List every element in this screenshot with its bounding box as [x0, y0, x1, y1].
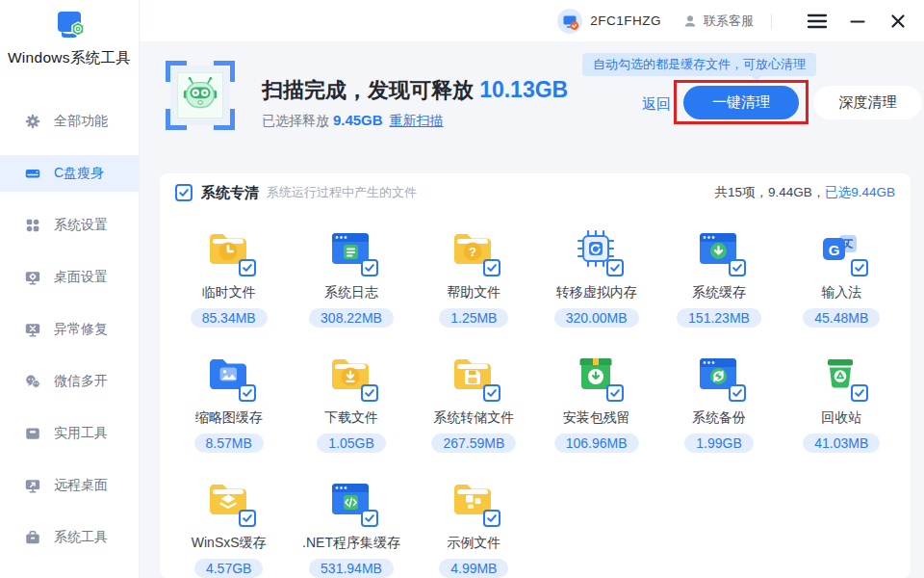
deep-clean-button[interactable]: 深度清理: [813, 86, 922, 119]
sidebar-item[interactable]: 系统设置: [0, 207, 139, 244]
section-checkbox[interactable]: [175, 184, 192, 201]
cleanup-item[interactable]: 转移虚拟内存 320.00MB: [535, 225, 657, 328]
close-button[interactable]: [886, 9, 911, 34]
check-icon: [609, 387, 621, 399]
sidebar-item-label: 全部功能: [54, 113, 108, 130]
back-link[interactable]: 返回: [642, 95, 671, 114]
sidebar-item[interactable]: 全部功能: [0, 103, 139, 140]
cleanup-item[interactable]: 临时文件 85.34MB: [167, 225, 290, 328]
sidebar-item[interactable]: 微信多开: [0, 363, 139, 400]
sidebar-item[interactable]: 系统工具: [0, 519, 139, 556]
cleanup-item[interactable]: 输入法 45.48MB: [781, 225, 903, 328]
check-icon: [854, 262, 865, 274]
sidebar-item[interactable]: 异常修复: [0, 311, 139, 348]
item-size-badge: 1.99GB: [684, 434, 753, 453]
item-checkbox[interactable]: [606, 259, 624, 276]
panel-subtitle: 系统运行过程中产生的文件: [267, 184, 417, 201]
sidebar-item[interactable]: 实用工具: [0, 415, 139, 452]
system-clean-panel: 系统专清 系统运行过程中产生的文件 共15项，9.44GB，已选9.44GB 临…: [160, 173, 911, 578]
item-checkbox[interactable]: [483, 259, 500, 276]
minimize-button[interactable]: [845, 9, 870, 34]
contact-support-button[interactable]: 联系客服: [682, 13, 754, 30]
check-icon: [242, 262, 253, 274]
toolbox-drawer-icon: [24, 425, 41, 442]
menu-button[interactable]: [805, 9, 830, 34]
item-size-badge: 106.96MB: [554, 434, 639, 453]
panel-header: 系统专清 系统运行过程中产生的文件 共15项，9.44GB，已选9.44GB: [160, 173, 911, 209]
scan-selected-line: 已选择释放 9.45GB重新扫描: [262, 112, 444, 130]
scan-frame-corner: [166, 109, 187, 130]
sidebar-nav: 全部功能 C盘瘦身 系统设置 桌面设置 异常修复: [0, 68, 139, 556]
person-icon: [682, 13, 698, 29]
sidebar-item-label: 系统工具: [54, 529, 108, 546]
cleanup-item[interactable]: 缩略图缓存 8.57MB: [167, 351, 290, 453]
item-checkbox[interactable]: [606, 384, 624, 402]
sidebar-item-label: 微信多开: [54, 373, 108, 390]
item-checkbox[interactable]: [483, 384, 500, 402]
item-label: 临时文件: [202, 284, 256, 302]
item-checkbox[interactable]: [729, 259, 746, 276]
item-size-badge: 531.94MB: [309, 559, 394, 578]
scan-frame-corner: [166, 61, 187, 82]
close-icon: [890, 13, 906, 29]
check-icon: [486, 262, 498, 274]
scan-frame-corner: [214, 61, 235, 82]
item-checkbox[interactable]: [361, 384, 378, 402]
gear-icon: [24, 113, 41, 130]
sidebar-item[interactable]: 远程桌面: [0, 467, 139, 504]
sidebar-item[interactable]: C盘瘦身: [0, 155, 139, 192]
scan-frame-corner: [214, 109, 235, 130]
monitor-remote-icon: [24, 477, 41, 494]
user-account[interactable]: 2FC1FHZG: [557, 9, 661, 34]
item-checkbox[interactable]: [361, 259, 378, 276]
check-icon: [609, 262, 621, 274]
titlebar-divider: [771, 13, 772, 29]
cleanup-items-grid: 临时文件 85.34MB 系统日志 308.22MB: [160, 209, 911, 578]
scan-robot-graphic: [166, 61, 235, 130]
item-label: 下载文件: [324, 409, 378, 427]
item-checkbox[interactable]: [361, 510, 378, 527]
item-label: WinSxS缓存: [192, 535, 267, 552]
cleanup-item[interactable]: 帮助文件 1.25MB: [413, 225, 535, 328]
sidebar-item-label: 异常修复: [54, 321, 108, 338]
cleanup-item[interactable]: 系统日志 308.22MB: [290, 225, 412, 328]
item-size-badge: 8.57MB: [194, 434, 264, 453]
item-size-badge: 1.05GB: [317, 434, 385, 453]
cleanup-item[interactable]: 下载文件 1.05GB: [290, 351, 412, 453]
panel-title: 系统专清: [201, 184, 259, 202]
cleanup-item[interactable]: 系统备份 1.99GB: [657, 351, 780, 453]
item-size-badge: 41.03MB: [803, 434, 880, 453]
item-size-badge: 4.99MB: [439, 559, 508, 578]
item-label: 系统缓存: [692, 284, 746, 302]
item-checkbox[interactable]: [239, 384, 256, 402]
check-icon: [364, 387, 375, 399]
monitor-gear-icon: [24, 269, 41, 286]
item-checkbox[interactable]: [483, 510, 500, 527]
item-checkbox[interactable]: [851, 259, 868, 276]
cleanup-item[interactable]: 回收站 41.03MB: [781, 351, 903, 453]
item-checkbox[interactable]: [729, 384, 746, 402]
briefcase-icon: [24, 529, 41, 546]
item-checkbox[interactable]: [239, 510, 256, 527]
item-size-badge: 85.34MB: [191, 308, 268, 328]
cleanup-item[interactable]: 系统缓存 151.23MB: [657, 225, 780, 328]
sidebar: Windows系统工具 全部功能 C盘瘦身 系统设置 桌面设置: [0, 0, 140, 578]
item-checkbox[interactable]: [851, 384, 868, 402]
cleanup-item[interactable]: WinSxS缓存 4.57GB: [167, 476, 290, 578]
sidebar-item-label: 实用工具: [54, 425, 108, 442]
item-size-badge: 45.48MB: [803, 308, 880, 328]
check-icon: [486, 512, 498, 524]
sidebar-item-label: 系统设置: [54, 217, 108, 234]
one-click-clean-button[interactable]: 一键清理: [683, 86, 799, 119]
item-size-badge: 308.22MB: [309, 308, 394, 328]
item-checkbox[interactable]: [239, 259, 256, 276]
cleanup-item[interactable]: 示例文件 4.99MB: [413, 476, 535, 578]
item-size-badge: 267.59MB: [431, 434, 516, 453]
minimize-icon: [850, 13, 865, 29]
item-label: 安装包残留: [563, 409, 630, 427]
sidebar-item[interactable]: 桌面设置: [0, 259, 139, 296]
cleanup-item[interactable]: .NET程序集缓存 531.94MB: [290, 476, 412, 578]
cleanup-item[interactable]: 系统转储文件 267.59MB: [413, 351, 535, 453]
cleanup-item[interactable]: 安装包残留 106.96MB: [535, 351, 657, 453]
rescan-link[interactable]: 重新扫描: [390, 113, 444, 128]
